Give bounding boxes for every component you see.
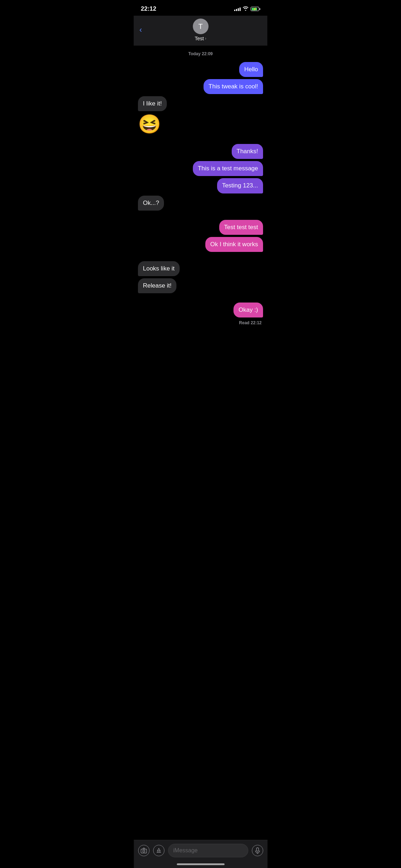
message-bubble[interactable]: Looks like it: [138, 261, 180, 276]
message-bubble[interactable]: I like it!: [138, 96, 167, 111]
message-row: Looks like it: [138, 261, 263, 276]
header: ‹ T Test ›: [134, 16, 267, 46]
message-row: Hello: [138, 62, 263, 77]
wifi-icon: [243, 6, 248, 12]
messages-scroll: Today 22:09 Hello This tweak is cool! I …: [134, 46, 267, 367]
message-row: Testing 123...: [138, 178, 263, 193]
contact-info[interactable]: T Test ›: [193, 19, 209, 41]
message-row: I like it!: [138, 96, 263, 111]
message-row: Ok...?: [138, 196, 263, 211]
read-receipt: Read 22:12: [138, 320, 263, 325]
signal-icon: [234, 7, 241, 11]
timestamp: Today 22:09: [138, 51, 263, 56]
status-icons: ⚡: [234, 6, 260, 12]
status-bar: 22:12 ⚡: [134, 0, 267, 16]
message-row: This tweak is cool!: [138, 79, 263, 94]
message-bubble[interactable]: Hello: [239, 62, 263, 77]
message-row: Test test test: [138, 220, 263, 235]
message-bubble[interactable]: This tweak is cool!: [204, 79, 263, 94]
message-bubble[interactable]: Testing 123...: [217, 178, 263, 193]
message-row: 😆: [138, 113, 263, 135]
message-bubble[interactable]: Release it!: [138, 278, 176, 293]
message-bubble[interactable]: Ok I think it works: [205, 237, 263, 252]
battery-icon: ⚡: [251, 7, 260, 11]
message-bubble[interactable]: Thanks!: [232, 144, 263, 159]
message-bubble[interactable]: Okay :): [233, 303, 263, 317]
messages-area: Today 22:09 Hello This tweak is cool! I …: [134, 46, 267, 331]
status-time: 22:12: [141, 5, 156, 12]
message-row: Thanks!: [138, 144, 263, 159]
message-row: Okay :): [138, 303, 263, 317]
back-button[interactable]: ‹: [139, 25, 142, 35]
message-row: Ok I think it works: [138, 237, 263, 252]
message-bubble[interactable]: This is a test message: [193, 161, 263, 176]
message-bubble[interactable]: Ok...?: [138, 196, 164, 211]
message-bubble[interactable]: Test test test: [219, 220, 263, 235]
message-row: This is a test message: [138, 161, 263, 176]
emoji-message[interactable]: 😆: [138, 113, 161, 135]
contact-name: Test ›: [195, 36, 206, 41]
avatar: T: [193, 19, 209, 34]
message-row: Release it!: [138, 278, 263, 293]
chevron-right-icon: ›: [205, 36, 206, 41]
